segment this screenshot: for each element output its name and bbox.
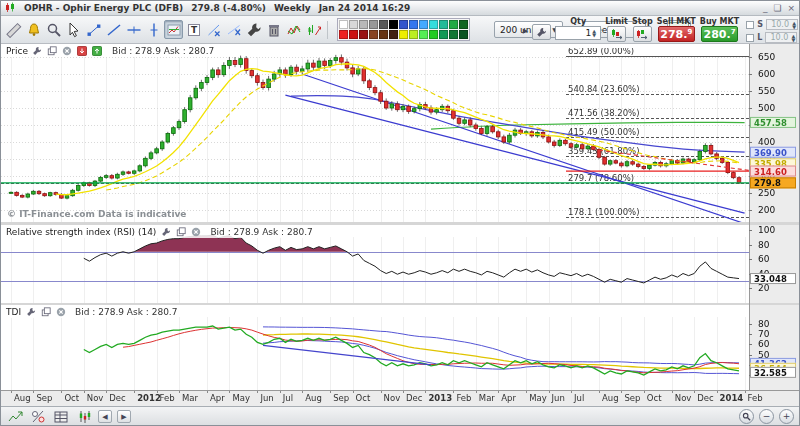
price-bid-ask: Bid : 278.9 Ask : 280.7 xyxy=(112,46,214,56)
minimize-button[interactable]: _ xyxy=(763,3,768,13)
limit-distance-stepper[interactable]: ▲▼ xyxy=(788,33,795,42)
alert-tool-button[interactable] xyxy=(24,20,43,39)
qty-input[interactable]: 1 ▲▼ xyxy=(555,26,601,40)
pane-detach-icon[interactable] xyxy=(40,307,51,318)
magnifier-icon xyxy=(46,22,62,38)
palette-swatch[interactable] xyxy=(379,20,388,29)
zoom-in-button[interactable]: + xyxy=(779,409,794,424)
percent-change-button[interactable] xyxy=(29,409,47,424)
palette-swatch[interactable] xyxy=(359,20,368,29)
palette-swatch[interactable] xyxy=(429,30,438,39)
stop-distance-stepper[interactable]: ▲▼ xyxy=(789,20,796,29)
magnifier-icon xyxy=(742,412,751,421)
restore-button[interactable]: ❏ xyxy=(773,3,781,13)
app-logo-icon xyxy=(5,2,16,15)
palette-swatch[interactable] xyxy=(389,30,398,39)
pane-detach-icon[interactable] xyxy=(175,227,186,238)
stop-checkbox-label: S xyxy=(757,20,763,29)
text-tool-button[interactable]: T xyxy=(184,20,203,39)
wrench-icon xyxy=(536,27,547,38)
line-tool-button[interactable] xyxy=(104,20,123,39)
fibonacci-tool-button[interactable] xyxy=(164,20,183,39)
delete-all-button[interactable] xyxy=(264,20,283,39)
sell-market-button[interactable]: 278.9 xyxy=(658,26,695,42)
chart-canvas[interactable] xyxy=(1,44,800,406)
palette-swatch[interactable] xyxy=(369,20,378,29)
close-button[interactable]: × xyxy=(787,3,795,13)
stop-distance-input[interactable]: 10.0▲▼ xyxy=(766,19,798,30)
delete-line-icon xyxy=(226,22,242,38)
svg-text:T: T xyxy=(190,25,197,35)
scroll-left-button[interactable]: ◀ xyxy=(98,410,112,423)
collapse-arrow-icon[interactable]: ▶ xyxy=(523,27,528,35)
chart-sell-button[interactable] xyxy=(77,46,88,57)
ruler-icon xyxy=(6,22,22,38)
chart-buy-button[interactable] xyxy=(92,46,103,57)
trading-app-window: OPHR - Ophir Energy PLC (DFB) 279.8 (-4.… xyxy=(0,0,800,426)
toolbar-separator xyxy=(327,21,328,39)
palette-swatch[interactable] xyxy=(459,20,468,29)
zoom-out-button[interactable]: − xyxy=(759,409,774,424)
palette-swatch[interactable] xyxy=(349,30,358,39)
stop-checkbox[interactable] xyxy=(746,21,754,29)
qty-stepper[interactable]: ▲▼ xyxy=(592,27,599,39)
palette-swatch[interactable] xyxy=(439,20,448,29)
palette-swatch[interactable] xyxy=(389,20,398,29)
pane-settings-wrench-icon[interactable] xyxy=(160,227,171,238)
pane-settings-wrench-icon[interactable] xyxy=(32,46,43,57)
cursor-tool-button[interactable] xyxy=(64,20,83,39)
palette-swatch[interactable] xyxy=(439,30,448,39)
palette-swatch[interactable] xyxy=(399,30,408,39)
candlestick-view-button[interactable] xyxy=(75,409,93,424)
title-period: Weekly xyxy=(274,3,311,13)
pane-detach-icon[interactable] xyxy=(47,46,58,57)
delete-point-tool-button[interactable] xyxy=(204,20,223,39)
measure-tool-button[interactable] xyxy=(4,20,23,39)
buy-price-decimal: 7 xyxy=(731,28,736,37)
pane-close-icon[interactable] xyxy=(190,227,201,238)
zoom-tool-button[interactable] xyxy=(44,20,63,39)
buy-mkt-label: Buy MKT xyxy=(700,17,739,26)
palette-swatch[interactable] xyxy=(419,30,428,39)
stop-limit-attach: S 10.0▲▼ L 10.0▲▼ xyxy=(746,17,798,43)
chart-line-shortcut-button[interactable] xyxy=(6,409,24,424)
pattern-zigzag-button[interactable] xyxy=(284,20,303,39)
scroll-right-button[interactable]: ▶ xyxy=(117,410,131,423)
palette-swatch[interactable] xyxy=(429,20,438,29)
drawing-settings-button[interactable] xyxy=(244,20,263,39)
palette-swatch[interactable] xyxy=(409,30,418,39)
qty-group: Qty 1 ▲▼ xyxy=(555,17,601,40)
pane-close-icon[interactable] xyxy=(62,46,73,57)
buy-market-button[interactable]: 280.7 xyxy=(701,26,738,42)
palette-swatch[interactable] xyxy=(339,30,348,39)
pattern-candle-button[interactable] xyxy=(304,20,323,39)
vertical-line-tool-button[interactable] xyxy=(144,20,163,39)
data-table-button[interactable] xyxy=(52,409,70,424)
sell-group: Sell MKT 278.9 xyxy=(657,17,696,42)
text-icon: T xyxy=(186,22,202,38)
limit-checkbox[interactable] xyxy=(746,34,754,42)
pane-settings-wrench-icon[interactable] xyxy=(25,307,36,318)
palette-swatch[interactable] xyxy=(359,30,368,39)
limit-distance-input[interactable]: 10.0▲▼ xyxy=(765,32,797,43)
line-chart-icon xyxy=(8,410,23,423)
stop-order-button[interactable] xyxy=(633,26,652,42)
delete-line-tool-button[interactable] xyxy=(224,20,243,39)
palette-swatch[interactable] xyxy=(419,20,428,29)
pane-close-icon[interactable] xyxy=(55,307,66,318)
palette-swatch[interactable] xyxy=(459,30,468,39)
palette-swatch[interactable] xyxy=(449,20,458,29)
palette-swatch[interactable] xyxy=(379,30,388,39)
palette-swatch[interactable] xyxy=(399,20,408,29)
titlebar: OPHR - Ophir Energy PLC (DFB) 279.8 (-4.… xyxy=(1,1,799,16)
zoom-lens-button[interactable] xyxy=(739,409,754,424)
palette-swatch[interactable] xyxy=(349,20,358,29)
palette-swatch[interactable] xyxy=(339,20,348,29)
palette-swatch[interactable] xyxy=(449,30,458,39)
palette-swatch[interactable] xyxy=(369,30,378,39)
limit-order-button[interactable] xyxy=(607,26,626,42)
palette-swatch[interactable] xyxy=(409,20,418,29)
segment-tool-button[interactable] xyxy=(84,20,103,39)
order-settings-button[interactable] xyxy=(532,24,551,40)
horizontal-line-tool-button[interactable] xyxy=(124,20,143,39)
